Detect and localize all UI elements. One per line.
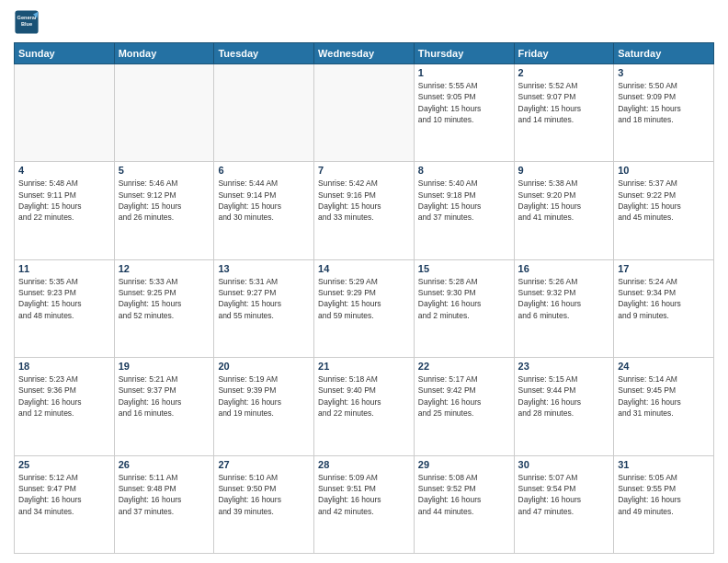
day-header-wednesday: Wednesday <box>314 43 415 64</box>
day-info: Sunrise: 5:05 AM Sunset: 9:55 PM Dayligh… <box>618 472 710 517</box>
day-info: Sunrise: 5:18 AM Sunset: 9:40 PM Dayligh… <box>318 373 410 419</box>
calendar-cell <box>314 64 415 162</box>
day-info: Sunrise: 5:29 AM Sunset: 9:29 PM Dayligh… <box>318 276 410 321</box>
day-number: 4 <box>18 165 110 176</box>
header: General Blue <box>14 9 714 35</box>
day-number: 5 <box>119 165 210 176</box>
day-info: Sunrise: 5:10 AM Sunset: 9:50 PM Dayligh… <box>218 472 310 517</box>
day-number: 21 <box>318 361 410 372</box>
day-number: 9 <box>518 165 610 176</box>
day-header-monday: Monday <box>114 43 214 64</box>
day-number: 10 <box>618 165 710 176</box>
day-info: Sunrise: 5:42 AM Sunset: 9:16 PM Dayligh… <box>318 178 410 223</box>
day-number: 19 <box>119 361 210 372</box>
day-number: 11 <box>18 263 110 274</box>
day-number: 28 <box>318 459 410 470</box>
calendar-cell: 9Sunrise: 5:38 AM Sunset: 9:20 PM Daylig… <box>514 162 614 259</box>
calendar-cell: 23Sunrise: 5:15 AM Sunset: 9:44 PM Dayli… <box>514 358 614 455</box>
calendar-cell: 15Sunrise: 5:28 AM Sunset: 9:30 PM Dayli… <box>414 259 514 357</box>
calendar-cell: 20Sunrise: 5:19 AM Sunset: 9:39 PM Dayli… <box>214 358 314 455</box>
day-info: Sunrise: 5:09 AM Sunset: 9:51 PM Dayligh… <box>318 472 410 517</box>
calendar-cell: 3Sunrise: 5:50 AM Sunset: 9:09 PM Daylig… <box>614 64 714 162</box>
calendar-cell: 2Sunrise: 5:52 AM Sunset: 9:07 PM Daylig… <box>514 64 614 162</box>
calendar-cell: 22Sunrise: 5:17 AM Sunset: 9:42 PM Dayli… <box>414 358 514 455</box>
calendar-cell: 8Sunrise: 5:40 AM Sunset: 9:18 PM Daylig… <box>414 162 514 259</box>
calendar-cell: 5Sunrise: 5:46 AM Sunset: 9:12 PM Daylig… <box>114 162 214 259</box>
day-number: 25 <box>18 459 110 470</box>
day-info: Sunrise: 5:12 AM Sunset: 9:47 PM Dayligh… <box>18 472 110 517</box>
calendar-cell: 12Sunrise: 5:33 AM Sunset: 9:25 PM Dayli… <box>114 259 214 357</box>
week-row-4: 18Sunrise: 5:23 AM Sunset: 9:36 PM Dayli… <box>15 358 714 455</box>
day-info: Sunrise: 5:37 AM Sunset: 9:22 PM Dayligh… <box>618 178 710 223</box>
day-number: 13 <box>218 263 310 274</box>
day-info: Sunrise: 5:21 AM Sunset: 9:37 PM Dayligh… <box>119 373 210 419</box>
day-header-friday: Friday <box>514 43 614 64</box>
day-number: 2 <box>518 67 610 78</box>
day-info: Sunrise: 5:48 AM Sunset: 9:11 PM Dayligh… <box>18 178 110 223</box>
calendar-cell: 14Sunrise: 5:29 AM Sunset: 9:29 PM Dayli… <box>314 259 415 357</box>
day-info: Sunrise: 5:50 AM Sunset: 9:09 PM Dayligh… <box>618 80 710 125</box>
day-number: 30 <box>518 459 610 470</box>
logo: General Blue <box>14 9 43 35</box>
calendar-cell: 24Sunrise: 5:14 AM Sunset: 9:45 PM Dayli… <box>614 358 714 455</box>
day-info: Sunrise: 5:52 AM Sunset: 9:07 PM Dayligh… <box>518 80 610 125</box>
day-info: Sunrise: 5:33 AM Sunset: 9:25 PM Dayligh… <box>119 276 210 321</box>
day-info: Sunrise: 5:38 AM Sunset: 9:20 PM Dayligh… <box>518 178 610 223</box>
day-info: Sunrise: 5:55 AM Sunset: 9:05 PM Dayligh… <box>418 80 510 125</box>
calendar-cell: 7Sunrise: 5:42 AM Sunset: 9:16 PM Daylig… <box>314 162 415 259</box>
calendar-cell: 19Sunrise: 5:21 AM Sunset: 9:37 PM Dayli… <box>114 358 214 455</box>
day-number: 17 <box>618 263 710 274</box>
day-info: Sunrise: 5:11 AM Sunset: 9:48 PM Dayligh… <box>119 472 210 517</box>
calendar-table: SundayMondayTuesdayWednesdayThursdayFrid… <box>14 42 714 554</box>
calendar-cell <box>214 64 314 162</box>
svg-text:Blue: Blue <box>21 21 32 27</box>
day-info: Sunrise: 5:44 AM Sunset: 9:14 PM Dayligh… <box>218 178 310 223</box>
page: General Blue SundayMondayTuesdayWednesda… <box>0 0 728 563</box>
day-info: Sunrise: 5:28 AM Sunset: 9:30 PM Dayligh… <box>418 276 510 321</box>
day-number: 8 <box>418 165 510 176</box>
day-header-saturday: Saturday <box>614 43 714 64</box>
calendar-cell: 21Sunrise: 5:18 AM Sunset: 9:40 PM Dayli… <box>314 358 415 455</box>
day-number: 12 <box>119 263 210 274</box>
calendar-cell: 16Sunrise: 5:26 AM Sunset: 9:32 PM Dayli… <box>514 259 614 357</box>
calendar-cell: 6Sunrise: 5:44 AM Sunset: 9:14 PM Daylig… <box>214 162 314 259</box>
calendar-header-row: SundayMondayTuesdayWednesdayThursdayFrid… <box>15 43 714 64</box>
calendar-cell: 18Sunrise: 5:23 AM Sunset: 9:36 PM Dayli… <box>15 358 115 455</box>
week-row-5: 25Sunrise: 5:12 AM Sunset: 9:47 PM Dayli… <box>15 455 714 553</box>
day-info: Sunrise: 5:14 AM Sunset: 9:45 PM Dayligh… <box>618 373 710 419</box>
logo-icon: General Blue <box>14 9 40 35</box>
day-number: 1 <box>418 67 510 78</box>
day-number: 3 <box>618 67 710 78</box>
calendar-cell: 29Sunrise: 5:08 AM Sunset: 9:52 PM Dayli… <box>414 455 514 553</box>
svg-text:General: General <box>17 15 37 20</box>
day-number: 15 <box>418 263 510 274</box>
day-info: Sunrise: 5:19 AM Sunset: 9:39 PM Dayligh… <box>218 373 310 419</box>
day-info: Sunrise: 5:35 AM Sunset: 9:23 PM Dayligh… <box>18 276 110 321</box>
calendar-cell: 1Sunrise: 5:55 AM Sunset: 9:05 PM Daylig… <box>414 64 514 162</box>
day-info: Sunrise: 5:24 AM Sunset: 9:34 PM Dayligh… <box>618 276 710 321</box>
calendar-cell: 30Sunrise: 5:07 AM Sunset: 9:54 PM Dayli… <box>514 455 614 553</box>
calendar-cell: 25Sunrise: 5:12 AM Sunset: 9:47 PM Dayli… <box>15 455 115 553</box>
day-number: 18 <box>18 361 110 372</box>
day-number: 22 <box>418 361 510 372</box>
day-number: 7 <box>318 165 410 176</box>
day-info: Sunrise: 5:17 AM Sunset: 9:42 PM Dayligh… <box>418 373 510 419</box>
calendar-cell: 26Sunrise: 5:11 AM Sunset: 9:48 PM Dayli… <box>114 455 214 553</box>
week-row-3: 11Sunrise: 5:35 AM Sunset: 9:23 PM Dayli… <box>15 259 714 357</box>
day-info: Sunrise: 5:15 AM Sunset: 9:44 PM Dayligh… <box>518 373 610 419</box>
day-info: Sunrise: 5:46 AM Sunset: 9:12 PM Dayligh… <box>119 178 210 223</box>
day-number: 27 <box>218 459 310 470</box>
day-number: 24 <box>618 361 710 372</box>
day-header-sunday: Sunday <box>15 43 115 64</box>
calendar-cell: 31Sunrise: 5:05 AM Sunset: 9:55 PM Dayli… <box>614 455 714 553</box>
week-row-1: 1Sunrise: 5:55 AM Sunset: 9:05 PM Daylig… <box>15 64 714 162</box>
day-number: 31 <box>618 459 710 470</box>
day-header-tuesday: Tuesday <box>214 43 314 64</box>
calendar-cell: 10Sunrise: 5:37 AM Sunset: 9:22 PM Dayli… <box>614 162 714 259</box>
week-row-2: 4Sunrise: 5:48 AM Sunset: 9:11 PM Daylig… <box>15 162 714 259</box>
day-number: 16 <box>518 263 610 274</box>
calendar-cell <box>15 64 115 162</box>
calendar-cell: 13Sunrise: 5:31 AM Sunset: 9:27 PM Dayli… <box>214 259 314 357</box>
calendar-cell: 17Sunrise: 5:24 AM Sunset: 9:34 PM Dayli… <box>614 259 714 357</box>
day-number: 20 <box>218 361 310 372</box>
